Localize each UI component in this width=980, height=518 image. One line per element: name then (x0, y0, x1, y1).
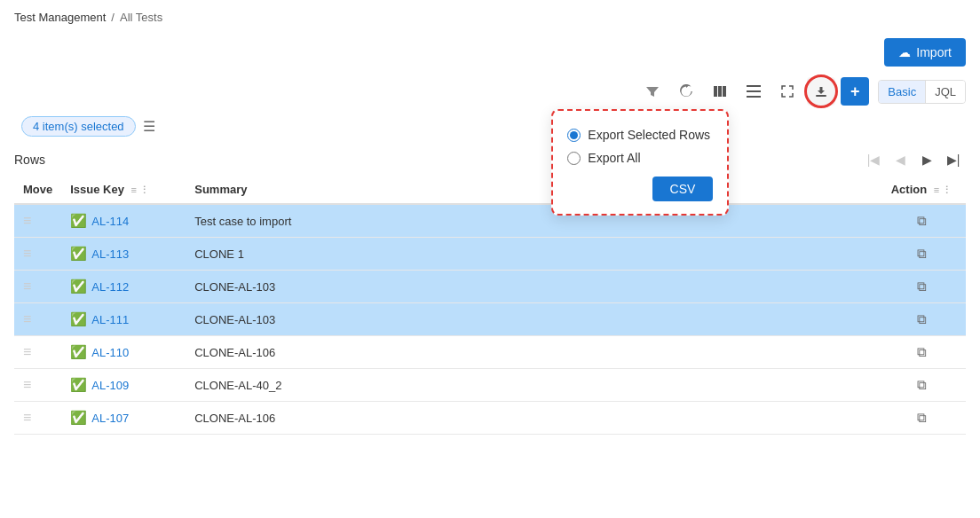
last-page-button[interactable]: ▶| (941, 147, 966, 172)
action-cell: ⧉ (877, 369, 966, 402)
copy-icon: ⧉ (917, 410, 927, 425)
export-selected-option[interactable]: Export Selected Rows (567, 123, 713, 146)
copy-icon: ⧉ (917, 344, 927, 359)
drag-handle-icon[interactable]: ≡ (23, 213, 31, 228)
issue-key-cell: ✅ AL-107 (61, 402, 186, 435)
csv-button[interactable]: CSV (652, 177, 714, 201)
issue-key-cell: ✅ AL-112 (61, 271, 186, 303)
col-action: Action ≡ ⋮ (877, 176, 966, 204)
issue-key-link[interactable]: ✅ AL-113 (70, 246, 177, 262)
table-row: ≡ ✅ AL-114 Test case to import ⧉ (14, 204, 966, 238)
copy-button[interactable]: ⧉ (917, 311, 927, 327)
summary-cell: CLONE-AL-106 (186, 402, 877, 435)
issue-key-link[interactable]: ✅ AL-107 (70, 410, 177, 426)
drag-handle-cell: ≡ (14, 303, 61, 336)
issue-key-link[interactable]: ✅ AL-114 (70, 213, 177, 229)
copy-button[interactable]: ⧉ (917, 246, 927, 262)
view-jql-button[interactable]: JQL (926, 81, 965, 103)
copy-button[interactable]: ⧉ (917, 213, 927, 229)
filter-icon-button[interactable] (638, 77, 667, 106)
issue-key-link[interactable]: ✅ AL-109 (70, 377, 177, 393)
pagination: |◀ ◀ ▶ ▶| (861, 147, 966, 172)
action-cell: ⧉ (877, 402, 966, 435)
drag-handle-icon[interactable]: ≡ (23, 246, 31, 261)
table-section: 4 item(s) selected ☰ Rows |◀ ◀ ▶ ▶| Move… (0, 109, 980, 435)
selection-bar: 4 item(s) selected ☰ (14, 109, 966, 144)
svg-rect-2 (723, 86, 726, 97)
export-all-radio[interactable] (567, 152, 581, 165)
summary-text: CLONE-AL-106 (194, 412, 275, 425)
refresh-icon-button[interactable] (672, 77, 700, 106)
issue-key-cell: ✅ AL-111 (61, 303, 186, 336)
export-selected-radio[interactable] (567, 129, 581, 142)
summary-cell: Test case to import (186, 204, 877, 238)
drag-handle-icon[interactable]: ≡ (23, 279, 31, 294)
summary-text: CLONE-AL-103 (194, 313, 275, 326)
drag-handle-icon[interactable]: ≡ (23, 311, 31, 326)
copy-button[interactable]: ⧉ (917, 344, 927, 360)
menu-icon-button[interactable] (739, 77, 768, 106)
summary-text: CLONE-AL-106 (194, 346, 275, 359)
svg-rect-0 (714, 86, 717, 97)
action-cell: ⧉ (877, 336, 966, 369)
svg-rect-6 (816, 95, 826, 97)
table-row: ≡ ✅ AL-109 CLONE-AL-40_2 ⧉ (14, 369, 966, 402)
download-icon-button[interactable] (807, 77, 835, 106)
drag-handle-cell: ≡ (14, 402, 61, 435)
col-summary: Summary (186, 176, 877, 204)
drag-handle-icon[interactable]: ≡ (23, 410, 31, 425)
table-row: ≡ ✅ AL-110 CLONE-AL-106 ⧉ (14, 336, 966, 369)
issue-key-link[interactable]: ✅ AL-111 (70, 311, 177, 327)
check-icon: ✅ (70, 311, 87, 327)
table-row: ≡ ✅ AL-111 CLONE-AL-103 ⧉ (14, 303, 966, 336)
issue-key-cell: ✅ AL-113 (61, 238, 186, 271)
drag-handle-cell: ≡ (14, 238, 61, 271)
action-cell: ⧉ (877, 271, 966, 303)
breadcrumb-separator: / (111, 11, 115, 24)
drag-handle-cell: ≡ (14, 204, 61, 238)
first-page-button[interactable]: |◀ (861, 147, 886, 172)
copy-icon: ⧉ (917, 213, 927, 228)
issue-key-cell: ✅ AL-109 (61, 369, 186, 402)
copy-button[interactable]: ⧉ (917, 377, 927, 393)
summary-cell: CLONE-AL-106 (186, 336, 877, 369)
test-table: Move Issue Key ≡ ⋮ Summary Action ≡ ⋮ ≡ (14, 176, 966, 435)
export-popup: Export Selected Rows Export All CSV (551, 109, 729, 216)
copy-icon: ⧉ (917, 377, 927, 392)
action-cell: ⧉ (877, 204, 966, 238)
expand-icon-button[interactable] (773, 77, 802, 106)
drag-handle-icon[interactable]: ≡ (23, 344, 31, 359)
check-icon: ✅ (70, 344, 87, 360)
table-row: ≡ ✅ AL-113 CLONE 1 ⧉ (14, 238, 966, 271)
svg-rect-5 (747, 96, 761, 98)
drag-handle-cell: ≡ (14, 336, 61, 369)
prev-page-button[interactable]: ◀ (888, 147, 913, 172)
copy-button[interactable]: ⧉ (917, 410, 927, 426)
add-icon-button[interactable]: + (841, 77, 869, 106)
breadcrumb-root[interactable]: Test Management (14, 11, 106, 24)
action-cell: ⧉ (877, 303, 966, 336)
copy-button[interactable]: ⧉ (917, 279, 927, 294)
top-bar: ☁ Import (0, 35, 980, 74)
issue-key-link[interactable]: ✅ AL-112 (70, 279, 177, 294)
copy-icon: ⧉ (917, 246, 927, 261)
action-cell: ⧉ (877, 238, 966, 271)
import-button[interactable]: ☁ Import (884, 38, 966, 67)
rows-bar: Rows |◀ ◀ ▶ ▶| (14, 144, 966, 176)
summary-cell: CLONE 1 (186, 238, 877, 271)
check-icon: ✅ (70, 246, 87, 262)
summary-cell: CLONE-AL-40_2 (186, 369, 877, 402)
view-basic-button[interactable]: Basic (879, 81, 926, 103)
issue-key-cell: ✅ AL-110 (61, 336, 186, 369)
issue-key-link[interactable]: ✅ AL-110 (70, 344, 177, 360)
check-icon: ✅ (70, 377, 87, 393)
summary-text: CLONE-AL-103 (194, 280, 275, 294)
drag-handle-cell: ≡ (14, 271, 61, 303)
check-icon: ✅ (70, 279, 87, 294)
columns-icon-button[interactable] (706, 77, 734, 106)
export-all-option[interactable]: Export All (567, 146, 713, 169)
svg-rect-3 (747, 85, 761, 87)
next-page-button[interactable]: ▶ (914, 147, 939, 172)
drag-handle-icon[interactable]: ≡ (23, 377, 31, 392)
issue-key-cell: ✅ AL-114 (61, 204, 186, 238)
